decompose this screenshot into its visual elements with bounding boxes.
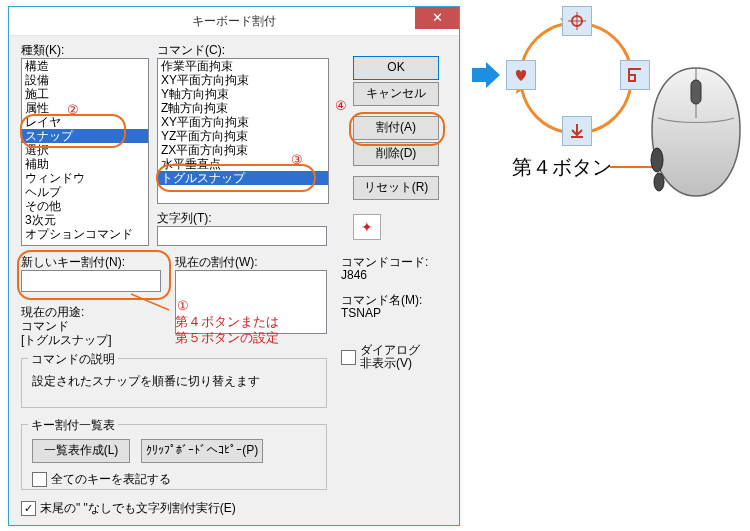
current-assign-label: 現在の割付(W): [175, 254, 258, 271]
new-assign-label: 新しいキー割付(N): [21, 254, 125, 271]
svg-rect-3 [629, 75, 635, 81]
mouse-icon [646, 64, 746, 202]
exec-no-quotes-checkbox[interactable]: ✓ 末尾の" "なしでも文字列割付実行(E) [21, 500, 236, 517]
hide-dialog-label: ダイアログ 非表示(V) [360, 344, 420, 370]
cmd-desc-text: 設定されたスナップを順番に切り替えます [32, 373, 316, 390]
copy-clipboard-label: ｸﾘｯﾌﾟﾎﾞｰﾄﾞへｺﾋﾟｰ(P) [146, 443, 258, 457]
titlebar: キーボード割付 ✕ [9, 7, 459, 36]
callout-1-connector [129, 292, 179, 316]
command-list-item[interactable]: トグルスナップ [158, 171, 328, 185]
svg-rect-4 [691, 80, 701, 104]
delete-button[interactable]: 削除(D) [353, 142, 439, 166]
current-assign-box[interactable] [175, 270, 327, 334]
command-list-item[interactable]: XY平面方向拘束 [158, 73, 328, 87]
cancel-button[interactable]: キャンセル [353, 82, 439, 106]
command-list-item[interactable]: 水平垂直点 [158, 157, 328, 171]
snap-toggle-icon: ✦ [361, 219, 373, 235]
cancel-label: キャンセル [366, 86, 426, 100]
kind-list-item[interactable]: その他 [22, 199, 148, 213]
command-list-item[interactable]: Y軸方向拘束 [158, 87, 328, 101]
reset-label: リセット(R) [364, 180, 429, 194]
kind-list-item[interactable]: 設備 [22, 73, 148, 87]
command-list-item[interactable]: YZ平面方向拘束 [158, 129, 328, 143]
current-use-cmd-value: [トグルスナップ] [21, 332, 112, 349]
checkbox-box-icon [32, 472, 47, 487]
kind-list-item[interactable]: ヘルプ [22, 185, 148, 199]
assign-label: 割付(A) [376, 120, 416, 134]
cmd-desc-title: コマンドの説明 [28, 351, 118, 368]
ring-icon-left [506, 60, 536, 90]
svg-point-5 [651, 148, 663, 172]
kind-list-item[interactable]: 補助 [22, 157, 148, 171]
big-arrow-icon [470, 60, 502, 90]
callout-number-4: ④ [335, 98, 347, 113]
kind-list-item[interactable]: ウィンドウ [22, 171, 148, 185]
command-listbox[interactable]: 作業平面拘束XY平面方向拘束Y軸方向拘束Z軸方向拘束XY平面方向拘束YZ平面方向… [157, 58, 329, 204]
ring-icon-top [562, 6, 592, 36]
snap-down-icon [568, 122, 586, 140]
kind-list-item[interactable]: 3次元 [22, 213, 148, 227]
cmd-code-value: J846 [341, 268, 367, 282]
string-input[interactable] [157, 226, 327, 246]
snap-perp-icon [626, 66, 644, 84]
mouse-button-label: 第４ボタン [512, 154, 612, 181]
keyboard-assign-dialog: キーボード割付 ✕ 種類(K): 構造設備施工属性レイヤスナップ選択補助ウィンド… [8, 6, 460, 526]
kind-list-item[interactable]: スナップ [22, 129, 148, 143]
ok-button[interactable]: OK [353, 56, 439, 80]
cmd-desc-group: コマンドの説明 設定されたスナップを順番に切り替えます [21, 358, 327, 408]
close-button[interactable]: ✕ [415, 7, 459, 29]
kind-list-item[interactable]: レイヤ [22, 115, 148, 129]
kind-list-item[interactable]: 構造 [22, 59, 148, 73]
show-all-keys-checkbox[interactable]: 全てのキーを表記する [32, 471, 316, 488]
svg-point-6 [654, 173, 664, 191]
snap-center-icon [568, 12, 586, 30]
snap-heart-icon [512, 66, 530, 84]
illustration: 第４ボタン [470, 6, 746, 216]
kind-list-item[interactable]: オプションコマンド [22, 227, 148, 241]
checkbox-box-icon: ✓ [21, 501, 36, 516]
exec-no-quotes-label: 末尾の" "なしでも文字列割付実行(E) [40, 500, 236, 517]
dialog-title: キーボード割付 [192, 14, 276, 28]
kind-list-item[interactable]: 属性 [22, 101, 148, 115]
command-list-item[interactable]: XY平面方向拘束 [158, 115, 328, 129]
command-list-item[interactable]: Z軸方向拘束 [158, 101, 328, 115]
keylist-group: キー割付一覧表 一覧表作成(L) ｸﾘｯﾌﾟﾎﾞｰﾄﾞへｺﾋﾟｰ(P) 全てのキ… [21, 424, 327, 490]
reset-button[interactable]: リセット(R) [353, 176, 439, 200]
string-label: 文字列(T): [157, 210, 212, 227]
snap-toggle-icon-button[interactable]: ✦ [353, 214, 381, 240]
copy-clipboard-button[interactable]: ｸﾘｯﾌﾟﾎﾞｰﾄﾞへｺﾋﾟｰ(P) [141, 439, 263, 463]
hide-dialog-checkbox[interactable]: ダイアログ 非表示(V) [341, 344, 420, 370]
show-all-keys-label: 全てのキーを表記する [51, 471, 171, 488]
kind-label: 種類(K): [21, 42, 64, 59]
command-list-item[interactable]: ZX平面方向拘束 [158, 143, 328, 157]
new-assign-input[interactable] [21, 270, 161, 292]
kind-listbox[interactable]: 構造設備施工属性レイヤスナップ選択補助ウィンドウヘルプその他3次元オプションコマ… [21, 58, 149, 246]
checkbox-box-icon [341, 350, 356, 365]
assign-button[interactable]: 割付(A) [353, 116, 439, 140]
make-table-label: 一覧表作成(L) [44, 443, 119, 457]
ok-label: OK [387, 60, 404, 74]
cmd-name-value: TSNAP [341, 306, 381, 320]
ring-icon-bottom [562, 116, 592, 146]
kind-list-item[interactable]: 施工 [22, 87, 148, 101]
delete-label: 削除(D) [376, 146, 417, 160]
keylist-title: キー割付一覧表 [28, 417, 118, 434]
make-table-button[interactable]: 一覧表作成(L) [32, 439, 130, 463]
kind-list-item[interactable]: 選択 [22, 143, 148, 157]
command-list-item[interactable]: 作業平面拘束 [158, 59, 328, 73]
dialog-body: 種類(K): 構造設備施工属性レイヤスナップ選択補助ウィンドウヘルプその他3次元… [9, 36, 459, 526]
close-icon: ✕ [432, 10, 443, 25]
command-label: コマンド(C): [157, 42, 225, 59]
